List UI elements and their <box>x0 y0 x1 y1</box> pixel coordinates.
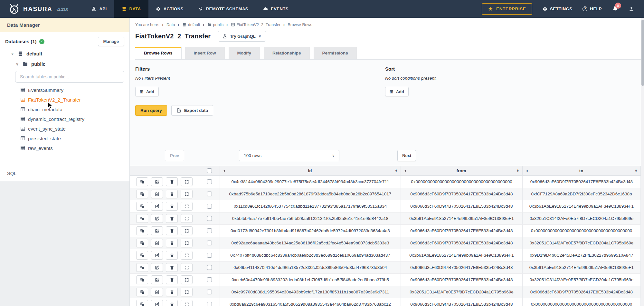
breadcrumb-item-public[interactable]: public <box>207 23 224 27</box>
tab-relationships[interactable]: Relationships <box>264 47 310 59</box>
delete-row-button[interactable] <box>166 288 178 296</box>
run-query-button[interactable]: Run query <box>135 105 167 116</box>
edit-row-button[interactable] <box>151 214 163 223</box>
row-checkbox[interactable] <box>207 302 212 306</box>
edit-row-button[interactable] <box>151 202 163 211</box>
copy-row-button[interactable] <box>136 202 148 211</box>
prev-page-button[interactable]: Prev <box>165 150 184 161</box>
row-checkbox[interactable] <box>207 179 212 184</box>
copy-row-button[interactable] <box>136 226 148 235</box>
delete-row-button[interactable] <box>166 202 178 211</box>
sidebar-table-raw-events[interactable]: raw_events <box>20 143 124 153</box>
copy-row-button[interactable] <box>136 214 148 223</box>
next-page-button[interactable]: Next <box>397 150 416 161</box>
sidebar-table-chain-metadata[interactable]: chain_metadata <box>20 104 124 114</box>
add-sort-button[interactable]: ⊞ Add <box>385 87 409 96</box>
sidebar-table-dynamic-contract-registry[interactable]: dynamic_contract_registry <box>20 114 124 124</box>
delete-row-button[interactable] <box>166 177 178 186</box>
sort-icon[interactable]: ▲▼ <box>395 169 397 172</box>
expand-row-button[interactable] <box>181 263 193 272</box>
expand-row-button[interactable] <box>181 251 193 260</box>
row-checkbox[interactable] <box>207 228 212 233</box>
breadcrumb-item-fiattokenv2-2-transfer[interactable]: FiatTokenV2_2_Transfer <box>231 23 280 27</box>
scrollbar-thumb[interactable] <box>641 20 644 86</box>
edit-row-button[interactable] <box>151 177 163 186</box>
delete-row-button[interactable] <box>166 226 178 235</box>
settings-button[interactable]: SETTINGS <box>543 6 572 11</box>
sidebar-item-sql[interactable]: SQL <box>0 166 129 181</box>
breadcrumb-item-data[interactable]: Data <box>166 23 175 27</box>
vertical-scrollbar[interactable] <box>641 18 644 306</box>
row-checkbox[interactable] <box>207 253 212 258</box>
expand-row-button[interactable] <box>181 202 193 211</box>
copy-row-button[interactable] <box>136 263 148 272</box>
sidebar-database-default[interactable]: ∨ default <box>5 51 124 56</box>
chevron-down-icon[interactable]: ∨ <box>10 52 14 56</box>
row-checkbox[interactable] <box>207 277 212 282</box>
row-checkbox[interactable] <box>207 216 212 221</box>
copy-row-button[interactable] <box>136 251 148 260</box>
tab-modify[interactable]: Modify <box>229 47 260 59</box>
edit-row-button[interactable] <box>151 226 163 235</box>
sidebar-table-eventssummary[interactable]: EventsSummary <box>20 85 124 95</box>
tab-insert-row[interactable]: Insert Row <box>185 47 225 59</box>
delete-row-button[interactable] <box>166 239 178 247</box>
sort-icon[interactable]: ▲▼ <box>517 169 519 172</box>
edit-row-button[interactable] <box>151 288 163 296</box>
copy-row-button[interactable] <box>136 239 148 247</box>
breadcrumb-item-default[interactable]: default <box>182 23 200 27</box>
delete-row-button[interactable] <box>166 214 178 223</box>
copy-row-button[interactable] <box>136 177 148 186</box>
delete-row-button[interactable] <box>166 251 178 260</box>
breadcrumb-item-browse-rows[interactable]: Browse Rows <box>288 23 312 27</box>
expand-row-button[interactable] <box>181 177 193 186</box>
row-checkbox[interactable] <box>207 204 212 209</box>
tab-permissions[interactable]: Permissions <box>314 47 357 59</box>
edit-row-button[interactable] <box>151 251 163 260</box>
expand-row-button[interactable] <box>181 300 193 306</box>
delete-row-button[interactable] <box>166 300 178 306</box>
manage-button[interactable]: Manage <box>98 37 124 46</box>
tab-browse-rows[interactable]: Browse Rows <box>135 47 181 59</box>
row-checkbox[interactable] <box>207 192 212 196</box>
sidebar-schema-public[interactable]: ∨ public <box>5 61 124 67</box>
nav-item-data[interactable]: DATA <box>114 0 148 18</box>
select-all-checkbox[interactable] <box>207 168 212 173</box>
row-checkbox[interactable] <box>207 241 212 245</box>
enterprise-button[interactable]: ★ ENTERPRISE <box>482 3 532 15</box>
delete-row-button[interactable] <box>166 190 178 198</box>
expand-row-button[interactable] <box>181 214 193 223</box>
expand-row-button[interactable] <box>181 226 193 235</box>
copy-row-button[interactable] <box>136 275 148 284</box>
expand-row-button[interactable] <box>181 275 193 284</box>
row-checkbox[interactable] <box>207 265 212 270</box>
edit-row-button[interactable] <box>151 239 163 247</box>
sidebar-table-event-sync-state[interactable]: event_sync_state <box>20 124 124 133</box>
sidebar-table-fiattokenv2-2-transfer[interactable]: FiatTokenV2_2_Transfer <box>20 95 124 104</box>
expand-row-button[interactable] <box>181 288 193 296</box>
edit-row-button[interactable] <box>151 263 163 272</box>
sort-icon[interactable]: ▲▼ <box>635 169 637 172</box>
expand-row-button[interactable] <box>181 239 193 247</box>
nav-item-remote-schemas[interactable]: REMOTE SCHEMAS <box>191 0 256 18</box>
nav-item-api[interactable]: API <box>84 0 114 18</box>
edit-row-button[interactable] <box>151 275 163 284</box>
edit-row-button[interactable] <box>151 190 163 198</box>
row-checkbox[interactable] <box>207 290 212 294</box>
copy-row-button[interactable] <box>136 288 148 296</box>
brand[interactable]: HASURA v2.23.0 <box>0 0 74 18</box>
expand-row-button[interactable] <box>181 190 193 198</box>
add-filter-button[interactable]: ⊞ Add <box>135 87 159 96</box>
search-tables-input[interactable] <box>15 71 124 83</box>
chevron-down-icon[interactable]: ∨ <box>15 62 19 66</box>
delete-row-button[interactable] <box>166 263 178 272</box>
delete-row-button[interactable] <box>166 275 178 284</box>
edit-row-button[interactable] <box>151 300 163 306</box>
copy-row-button[interactable] <box>136 190 148 198</box>
sidebar-table-persisted-state[interactable]: persisted_state <box>20 133 124 143</box>
try-graphql-button[interactable]: Try GraphQL ∨ <box>218 31 266 42</box>
notifications-button[interactable]: 8 <box>612 6 618 12</box>
rows-per-page-select[interactable]: 100 rows ∨ <box>239 150 339 161</box>
export-data-button[interactable]: Export data <box>171 105 213 116</box>
nav-item-actions[interactable]: ACTIONS <box>148 0 191 18</box>
